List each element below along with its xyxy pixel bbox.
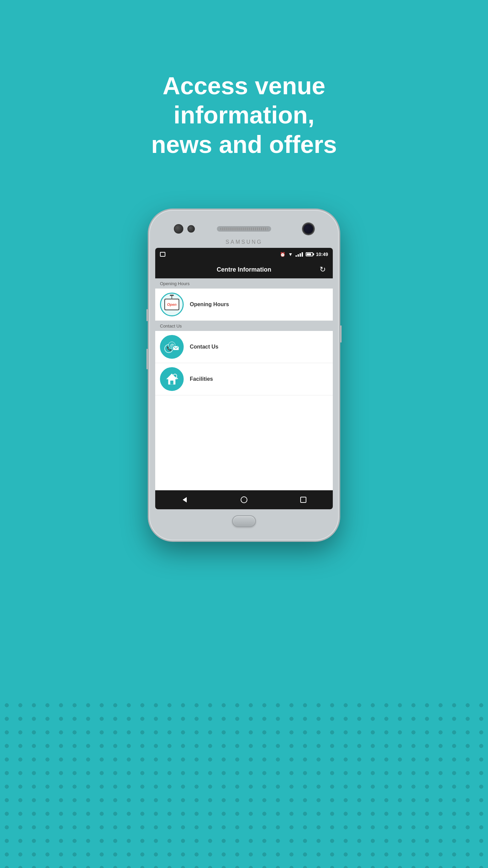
status-bar: ⏰ ▼ 10:49 [155, 248, 333, 261]
volume-up-button [146, 309, 148, 321]
speaker-grille [217, 226, 271, 232]
front-cameras [174, 224, 195, 234]
phone-shell: SAMSUNG ⏰ ▼ [149, 210, 339, 540]
app-header-title: Centre Information [217, 266, 271, 273]
opening-hours-label: Opening Hours [190, 301, 229, 308]
status-time: 10:49 [316, 252, 328, 257]
contact-us-label: Contact Us [190, 344, 218, 350]
volume-down-button [146, 349, 148, 369]
front-camera-lens [174, 224, 183, 234]
status-bar-right: ⏰ ▼ 10:49 [280, 252, 328, 257]
svg-rect-6 [170, 381, 173, 384]
home-button-nav[interactable] [236, 491, 252, 508]
list-item-facilities[interactable]: Facilities [155, 363, 333, 395]
list-item-contact-us[interactable]: 📞 @ Contact Us [155, 331, 333, 363]
svg-point-10 [241, 497, 247, 503]
svg-marker-9 [183, 497, 187, 502]
brand-label: SAMSUNG [226, 239, 263, 245]
facilities-label: Facilities [190, 376, 213, 382]
signal-bar-3 [300, 253, 301, 257]
power-button [340, 326, 342, 342]
nav-bar [155, 490, 333, 509]
section-header-contact-us: Contact Us [155, 321, 333, 331]
phone-bottom-hardware [155, 509, 333, 530]
open-sign-board: Open [164, 299, 179, 310]
section-header-opening-hours: Opening Hours [155, 278, 333, 289]
recents-button[interactable] [295, 491, 312, 508]
signal-bar-2 [298, 254, 299, 257]
facilities-icon [160, 367, 184, 391]
back-icon [181, 496, 189, 504]
home-button-hardware[interactable] [232, 515, 256, 527]
list-item-opening-hours[interactable]: Open Opening Hours [155, 289, 333, 321]
app-header: Centre Information ↻ [155, 261, 333, 278]
content-area [155, 395, 333, 490]
battery-fill [307, 253, 311, 255]
home-icon [240, 496, 248, 504]
notification-icon [160, 252, 165, 257]
front-sensor [187, 225, 195, 233]
wifi-icon: ▼ [288, 252, 293, 257]
speaker-dots [220, 228, 268, 230]
signal-bar-1 [296, 255, 297, 257]
phone-top-hardware [155, 220, 333, 239]
refresh-button[interactable]: ↻ [317, 264, 328, 275]
contact-svg: 📞 @ [163, 338, 180, 355]
open-sign-icon: Open [160, 293, 184, 316]
facilities-svg [164, 371, 180, 387]
signal-bar-4 [302, 252, 303, 257]
phone-screen: ⏰ ▼ 10:49 Centre Information [155, 248, 333, 509]
section-header-opening-hours-text: Opening Hours [160, 281, 189, 286]
contact-icon: 📞 @ [160, 335, 184, 359]
front-camera-right [303, 223, 314, 235]
headline: Access venue information, news and offer… [92, 31, 396, 186]
open-sign-text: Open [167, 303, 177, 307]
status-bar-left [160, 252, 165, 257]
refresh-icon: ↻ [320, 265, 326, 274]
svg-rect-11 [301, 497, 306, 502]
headline-text: Access venue information, news and offer… [92, 71, 396, 159]
alarm-icon: ⏰ [280, 252, 285, 257]
back-button[interactable] [176, 491, 193, 508]
signal-bars [296, 252, 303, 257]
battery-icon [306, 252, 313, 256]
recents-icon [300, 496, 307, 504]
section-header-contact-us-text: Contact Us [160, 323, 182, 329]
